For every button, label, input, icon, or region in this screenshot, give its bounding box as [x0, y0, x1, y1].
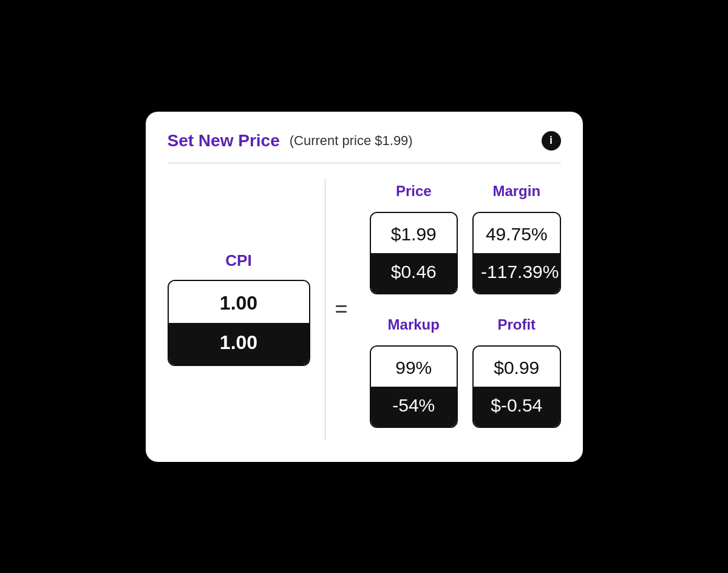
equals-container: = — [325, 178, 353, 440]
margin-header: Margin — [472, 178, 560, 207]
bottom-headers-row: Markup Profit — [370, 311, 561, 341]
set-new-price-card: Set New Price (Current price $1.99) i CP… — [146, 112, 583, 462]
card-subtitle: (Current price $1.99) — [290, 133, 413, 149]
cpi-box-row: 1.00 1.00 — [168, 280, 310, 366]
cpi-top-value: 1.00 — [169, 281, 309, 323]
main-content: CPI 1.00 1.00 = Price Margin $1.99 — [168, 178, 561, 440]
cpi-label: CPI — [225, 251, 251, 270]
card-title: Set New Price — [168, 131, 280, 151]
card-header: Set New Price (Current price $1.99) i — [168, 131, 561, 151]
price-bottom-value: $0.46 — [371, 253, 457, 293]
price-card: $1.99 $0.46 — [370, 212, 458, 294]
metrics-panel: Price Margin $1.99 $0.46 49.75% -117.39%… — [353, 178, 561, 440]
margin-top-value: 49.75% — [474, 213, 559, 253]
equals-sign: = — [335, 296, 348, 322]
profit-top-value: $0.99 — [474, 347, 559, 387]
margin-card: 49.75% -117.39% — [472, 212, 560, 294]
bottom-metrics-row: 99% -54% $0.99 $-0.54 — [370, 345, 561, 440]
profit-header: Profit — [472, 311, 560, 341]
header-divider — [168, 163, 561, 163]
markup-header: Markup — [370, 311, 458, 341]
top-metrics-row: $1.99 $0.46 49.75% -117.39% — [370, 212, 561, 307]
cpi-value-box[interactable]: 1.00 1.00 — [168, 280, 310, 366]
price-top-value: $1.99 — [371, 213, 457, 253]
markup-card: 99% -54% — [370, 345, 458, 428]
metrics-headers-row: Price Margin — [370, 178, 561, 207]
cpi-panel: CPI 1.00 1.00 — [168, 178, 325, 440]
profit-bottom-value: $-0.54 — [474, 387, 559, 427]
info-icon[interactable]: i — [542, 131, 561, 151]
markup-bottom-value: -54% — [371, 387, 457, 427]
profit-card: $0.99 $-0.54 — [472, 345, 560, 428]
margin-bottom-value: -117.39% — [474, 253, 559, 293]
markup-top-value: 99% — [371, 347, 457, 387]
cpi-bottom-value: 1.00 — [169, 323, 309, 365]
price-header: Price — [370, 178, 458, 207]
